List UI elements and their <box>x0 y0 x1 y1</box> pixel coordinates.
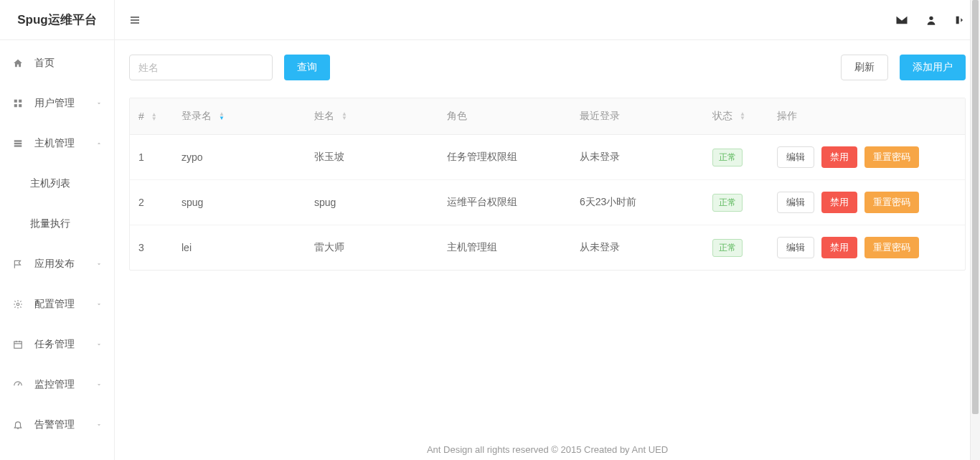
status-badge: 正常 <box>712 239 743 257</box>
gear-icon <box>11 299 24 309</box>
cell-last-login: 6天23小时前 <box>571 180 704 225</box>
sidebar-item-host-mgmt[interactable]: 主机管理 <box>0 123 114 164</box>
sort-icon: ▲▼ <box>740 112 745 121</box>
cell-name: 雷大师 <box>306 225 438 270</box>
col-name[interactable]: 姓名 ▲▼ <box>306 98 438 135</box>
sidebar-item-task-mgmt[interactable]: 任务管理 <box>0 324 114 365</box>
sidebar: Spug运维平台 首页 用户管理 <box>0 0 115 460</box>
svg-rect-13 <box>131 17 139 17</box>
edit-button[interactable]: 编辑 <box>777 237 814 258</box>
sidebar-item-config-mgmt[interactable]: 配置管理 <box>0 284 114 324</box>
dashboard-icon <box>11 380 24 390</box>
query-button[interactable]: 查询 <box>284 55 330 80</box>
cell-status: 正常 <box>704 135 768 180</box>
col-login[interactable]: 登录名 ▲▼ <box>173 98 306 135</box>
cell-index: 2 <box>130 180 173 225</box>
chevron-down-icon <box>95 260 103 268</box>
page-content: 查询 刷新 添加用户 # <box>115 40 980 438</box>
cell-role: 任务管理权限组 <box>438 135 571 180</box>
svg-rect-5 <box>14 143 22 144</box>
sort-icon: ▲▼ <box>219 112 225 121</box>
sidebar-menu: 首页 用户管理 主机管理 主机 <box>0 40 114 460</box>
refresh-button[interactable]: 刷新 <box>841 55 888 80</box>
sidebar-item-app-publish[interactable]: 应用发布 <box>0 244 114 284</box>
edit-button[interactable]: 编辑 <box>777 192 814 213</box>
svg-rect-3 <box>19 104 22 107</box>
table-row: 3 lei 雷大师 主机管理组 从未登录 正常 编辑 禁用 重置密码 <box>130 225 965 270</box>
col-role: 角色 <box>438 98 571 135</box>
svg-rect-8 <box>14 342 22 348</box>
svg-rect-6 <box>14 145 22 146</box>
col-status[interactable]: 状态 ▲▼ <box>704 98 768 135</box>
cell-status: 正常 <box>704 180 768 225</box>
status-badge: 正常 <box>712 149 743 166</box>
chevron-down-icon <box>95 421 103 428</box>
cell-name: 张玉坡 <box>306 135 438 180</box>
scrollbar-thumb[interactable] <box>972 0 979 414</box>
cell-login: spug <box>173 180 306 225</box>
svg-point-7 <box>17 303 19 306</box>
reset-password-button[interactable]: 重置密码 <box>864 237 919 258</box>
svg-rect-15 <box>131 22 139 23</box>
cell-role: 运维平台权限组 <box>438 180 571 225</box>
mail-icon[interactable] <box>895 14 908 27</box>
status-badge: 正常 <box>712 194 743 212</box>
svg-rect-2 <box>14 104 17 107</box>
svg-line-12 <box>18 383 19 386</box>
disable-button[interactable]: 禁用 <box>821 192 857 213</box>
svg-rect-4 <box>14 140 22 141</box>
disable-button[interactable]: 禁用 <box>821 237 857 258</box>
cell-role: 主机管理组 <box>438 225 571 270</box>
user-table: # ▲▼ 登录名 ▲▼ 姓名 ▲▼ 角色 最近登录 <box>129 98 966 271</box>
col-last-login: 最近登录 <box>571 98 704 135</box>
sidebar-item-label: 监控管理 <box>34 378 95 391</box>
bell-icon <box>11 420 24 430</box>
toolbar: 查询 刷新 添加用户 <box>129 55 966 80</box>
svg-point-16 <box>929 16 933 19</box>
sidebar-item-label: 用户管理 <box>34 97 95 110</box>
col-index[interactable]: # ▲▼ <box>130 98 173 135</box>
sidebar-item-host-list[interactable]: 主机列表 <box>0 164 114 204</box>
topbar <box>115 0 980 40</box>
footer: Ant Design all rights reserved © 2015 Cr… <box>115 438 980 460</box>
user-icon[interactable] <box>925 14 937 26</box>
table-header-row: # ▲▼ 登录名 ▲▼ 姓名 ▲▼ 角色 最近登录 <box>130 98 965 135</box>
cell-index: 3 <box>130 225 173 270</box>
add-user-button[interactable]: 添加用户 <box>900 55 966 80</box>
server-icon <box>11 139 24 149</box>
name-search-input[interactable] <box>129 55 273 80</box>
app-logo: Spug运维平台 <box>0 0 114 40</box>
col-actions: 操作 <box>768 98 965 135</box>
sidebar-item-user-mgmt[interactable]: 用户管理 <box>0 83 114 123</box>
svg-rect-1 <box>19 100 22 103</box>
cell-login: zypo <box>173 135 306 180</box>
reset-password-button[interactable]: 重置密码 <box>864 192 919 213</box>
sidebar-item-alarm-mgmt[interactable]: 告警管理 <box>0 405 114 445</box>
cell-actions: 编辑 禁用 重置密码 <box>768 180 965 225</box>
sidebar-item-label: 配置管理 <box>34 298 95 311</box>
sidebar-item-label: 主机管理 <box>34 137 95 150</box>
sidebar-item-monitor-mgmt[interactable]: 监控管理 <box>0 365 114 405</box>
chevron-down-icon <box>95 301 103 308</box>
edit-button[interactable]: 编辑 <box>777 146 814 168</box>
sidebar-item-label: 首页 <box>34 57 103 70</box>
sidebar-item-home[interactable]: 首页 <box>0 43 114 83</box>
main-area: 查询 刷新 添加用户 # <box>115 0 980 460</box>
reset-password-button[interactable]: 重置密码 <box>864 146 919 168</box>
logout-icon[interactable] <box>954 14 966 26</box>
cell-last-login: 从未登录 <box>571 135 704 180</box>
calendar-icon <box>11 339 24 349</box>
disable-button[interactable]: 禁用 <box>821 146 857 168</box>
app-title: Spug运维平台 <box>17 11 97 28</box>
sidebar-item-batch-exec[interactable]: 批量执行 <box>0 204 114 244</box>
sidebar-item-label: 主机列表 <box>30 177 103 190</box>
sort-icon: ▲▼ <box>341 112 347 121</box>
cell-index: 1 <box>130 135 173 180</box>
sort-icon: ▲▼ <box>151 113 157 121</box>
flag-icon <box>11 259 24 269</box>
sidebar-item-label: 应用发布 <box>34 258 95 271</box>
scrollbar[interactable] <box>970 0 980 460</box>
chevron-down-icon <box>95 341 103 348</box>
cell-actions: 编辑 禁用 重置密码 <box>768 135 965 180</box>
menu-toggle-icon[interactable] <box>129 14 141 26</box>
